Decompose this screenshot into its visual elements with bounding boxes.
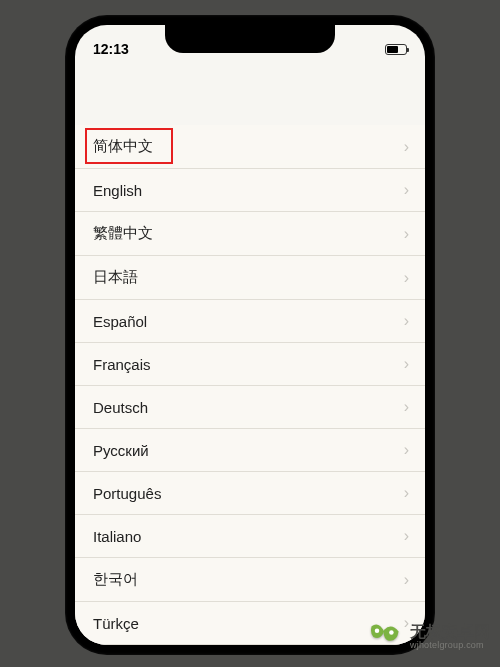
language-item[interactable]: Français›	[75, 343, 425, 386]
notch	[165, 25, 335, 53]
language-label: Español	[93, 313, 147, 330]
status-time: 12:13	[93, 33, 129, 57]
chevron-right-icon: ›	[404, 441, 409, 459]
status-right	[385, 36, 407, 55]
chevron-right-icon: ›	[404, 312, 409, 330]
chevron-right-icon: ›	[404, 484, 409, 502]
chevron-right-icon: ›	[404, 269, 409, 287]
language-label: Türkçe	[93, 615, 139, 632]
chevron-right-icon: ›	[404, 398, 409, 416]
language-label: 한국어	[93, 570, 138, 589]
language-label: 繁體中文	[93, 224, 153, 243]
chevron-right-icon: ›	[404, 181, 409, 199]
language-label: Italiano	[93, 528, 141, 545]
language-item[interactable]: English›	[75, 169, 425, 212]
language-item[interactable]: Español›	[75, 300, 425, 343]
language-item[interactable]: 简体中文›	[75, 125, 425, 169]
chevron-right-icon: ›	[404, 225, 409, 243]
language-list-container: 简体中文›English›繁體中文›日本語›Español›Français›D…	[75, 125, 425, 645]
chevron-right-icon: ›	[404, 355, 409, 373]
phone-screen: 12:13 简体中文›English›繁體中文›日本語›Español›Fran…	[75, 25, 425, 645]
language-label: Français	[93, 356, 151, 373]
phone-frame: 12:13 简体中文›English›繁體中文›日本語›Español›Fran…	[65, 15, 435, 655]
watermark-text: 无极安卓网 wjhotelgroup.com	[410, 623, 490, 650]
watermark-text-cn: 无极安卓网	[410, 623, 490, 641]
battery-icon	[385, 44, 407, 55]
language-item[interactable]: Português›	[75, 472, 425, 515]
watermark-logo-icon	[368, 619, 404, 655]
language-label: English	[93, 182, 142, 199]
chevron-right-icon: ›	[404, 527, 409, 545]
language-label: 日本語	[93, 268, 138, 287]
language-label: Deutsch	[93, 399, 148, 416]
language-label: Русский	[93, 442, 149, 459]
svg-point-0	[375, 628, 380, 633]
svg-point-1	[389, 630, 394, 635]
chevron-right-icon: ›	[404, 138, 409, 156]
watermark-text-en: wjhotelgroup.com	[410, 641, 490, 651]
language-item[interactable]: Italiano›	[75, 515, 425, 558]
language-item[interactable]: 日本語›	[75, 256, 425, 300]
language-item[interactable]: Deutsch›	[75, 386, 425, 429]
watermark: 无极安卓网 wjhotelgroup.com	[368, 619, 490, 655]
language-item[interactable]: 한국어›	[75, 558, 425, 602]
language-item[interactable]: Русский›	[75, 429, 425, 472]
chevron-right-icon: ›	[404, 571, 409, 589]
language-list: 简体中文›English›繁體中文›日本語›Español›Français›D…	[75, 125, 425, 645]
language-item[interactable]: 繁體中文›	[75, 212, 425, 256]
language-label: 简体中文	[93, 137, 153, 156]
language-label: Português	[93, 485, 161, 502]
